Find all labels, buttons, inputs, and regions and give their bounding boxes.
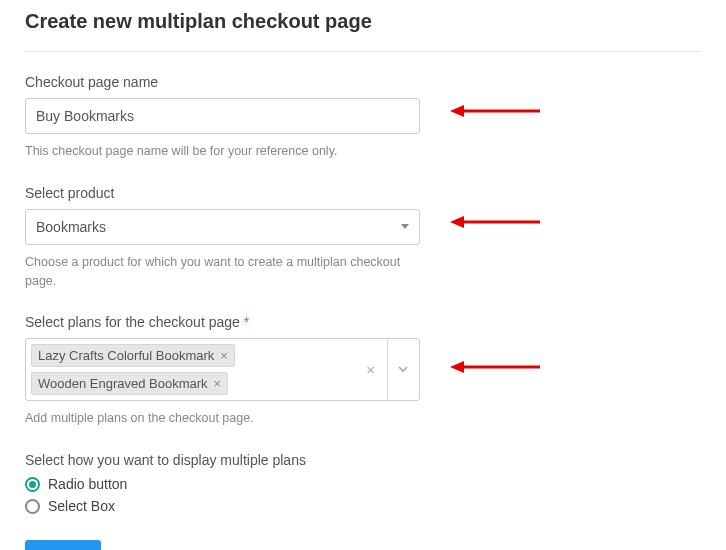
field-checkout-name: Checkout page name This checkout page na… xyxy=(25,74,701,161)
radio-option-radio-button[interactable]: Radio button xyxy=(25,476,701,492)
remove-chip-icon[interactable]: × xyxy=(220,349,228,362)
radio-option-label: Radio button xyxy=(48,476,127,492)
plan-chip: Wooden Engraved Bookmark × xyxy=(31,372,228,395)
display-label: Select how you want to display multiple … xyxy=(25,452,701,468)
svg-marker-3 xyxy=(450,216,464,228)
arrow-icon xyxy=(450,215,540,229)
plans-label-text: Select plans for the checkout page xyxy=(25,314,240,330)
remove-chip-icon[interactable]: × xyxy=(214,377,222,390)
svg-marker-5 xyxy=(450,361,464,373)
plans-label: Select plans for the checkout page * xyxy=(25,314,701,330)
page-title: Create new multiplan checkout page xyxy=(25,10,701,52)
radio-icon xyxy=(25,499,40,514)
plans-multiselect-controls: × xyxy=(355,339,419,400)
submit-row: Submit or Go Back xyxy=(25,540,701,550)
svg-marker-1 xyxy=(450,105,464,117)
arrow-icon xyxy=(450,360,540,374)
checkout-name-help: This checkout page name will be for your… xyxy=(25,142,420,161)
field-select-product: Select product Bookmarks Choose a produc… xyxy=(25,185,701,291)
product-label: Select product xyxy=(25,185,701,201)
radio-option-select-box[interactable]: Select Box xyxy=(25,498,701,514)
plan-chip-label: Lazy Crafts Colorful Bookmark xyxy=(38,348,214,363)
clear-all-icon[interactable]: × xyxy=(355,339,387,400)
checkout-name-label: Checkout page name xyxy=(25,74,701,90)
product-select[interactable]: Bookmarks xyxy=(25,209,420,245)
plans-multiselect[interactable]: Lazy Crafts Colorful Bookmark × Wooden E… xyxy=(25,338,420,401)
arrow-icon xyxy=(450,104,540,118)
product-select-value: Bookmarks xyxy=(36,219,106,235)
product-help: Choose a product for which you want to c… xyxy=(25,253,420,291)
radio-option-label: Select Box xyxy=(48,498,115,514)
plan-chip-label: Wooden Engraved Bookmark xyxy=(38,376,208,391)
field-display-mode: Select how you want to display multiple … xyxy=(25,452,701,514)
submit-button[interactable]: Submit xyxy=(25,540,101,550)
plans-multiselect-body[interactable]: Lazy Crafts Colorful Bookmark × Wooden E… xyxy=(26,339,355,400)
plan-chip: Lazy Crafts Colorful Bookmark × xyxy=(31,344,235,367)
caret-down-icon xyxy=(401,224,409,229)
plans-help: Add multiple plans on the checkout page. xyxy=(25,409,420,428)
checkout-name-input[interactable] xyxy=(25,98,420,134)
radio-icon xyxy=(25,477,40,492)
dropdown-toggle-icon[interactable] xyxy=(387,339,420,400)
field-select-plans: Select plans for the checkout page * Laz… xyxy=(25,314,701,428)
required-star: * xyxy=(244,314,249,330)
